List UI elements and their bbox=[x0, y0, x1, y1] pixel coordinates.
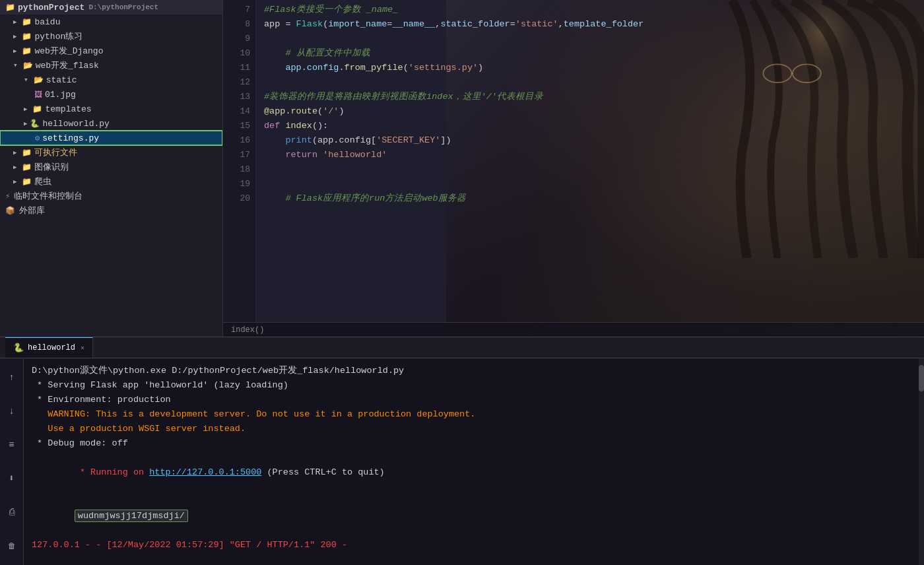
sidebar-label-templates: templates bbox=[45, 104, 91, 114]
code-line-10: # 从配置文件中加载 bbox=[264, 46, 916, 61]
sidebar-item-executable[interactable]: 📁 可执行文件 bbox=[0, 145, 222, 160]
print-icon bbox=[9, 507, 15, 517]
code-line-13: #装饰器的作用是将路由映射到视图函数index，这里'/'代表根目录 bbox=[264, 90, 916, 104]
sidebar-item-web-django[interactable]: 📁 web开发_Django bbox=[0, 44, 222, 58]
scroll-up-button[interactable] bbox=[4, 370, 20, 385]
sidebar-label-image-recognition: 图像识别 bbox=[34, 161, 69, 173]
arrow-icon-open bbox=[24, 75, 28, 84]
line-num: 11 bbox=[228, 61, 250, 75]
project-root[interactable]: 📁 pythonProject D:\pythonProject bbox=[0, 0, 222, 15]
terminal-area: 🐍 helloworld ✕ bbox=[0, 337, 924, 565]
line-num: 18 bbox=[228, 162, 250, 177]
arrow-icon bbox=[13, 162, 16, 172]
code-line-8: app = Flask(import_name=__name__,static_… bbox=[264, 17, 916, 32]
line-num: 15 bbox=[228, 119, 250, 133]
sidebar-label-settings: settings.py bbox=[42, 133, 99, 143]
sidebar-item-baidu[interactable]: 📁 baidu bbox=[0, 15, 222, 29]
code-line-20: # Flask应用程序的run方法启动web服务器 bbox=[264, 191, 916, 206]
line-num: 17 bbox=[228, 148, 250, 162]
code-line-11: app.config.from_pyfile('settings.py') bbox=[264, 61, 916, 75]
folder-icon: 📁 bbox=[22, 148, 32, 158]
line-num: 12 bbox=[228, 75, 250, 90]
code-line-14: @app.route('/') bbox=[264, 104, 916, 119]
list-button[interactable] bbox=[4, 437, 20, 453]
term-running-prefix: * Running on bbox=[75, 467, 149, 477]
folder-icon: 📁 bbox=[22, 177, 32, 187]
terminal-tabs: 🐍 helloworld ✕ bbox=[0, 337, 924, 358]
sidebar-label-python-practice: python练习 bbox=[34, 30, 82, 42]
sidebar-item-01jpg[interactable]: 🖼 01.jpg bbox=[0, 87, 222, 102]
tab-python-icon: 🐍 bbox=[13, 343, 24, 353]
term-line-3: * Environment: production bbox=[32, 393, 911, 407]
clear-button[interactable] bbox=[4, 538, 20, 554]
term-url-link[interactable]: http://127.0.0.1:5000 bbox=[149, 467, 261, 477]
sidebar-label-web-flask: web开发_flask bbox=[36, 59, 99, 71]
line-num: 20 bbox=[228, 191, 250, 206]
term-line-4: WARNING: This is a development server. D… bbox=[32, 407, 911, 422]
folder-icon: 📁 bbox=[22, 162, 32, 172]
tab-close-button[interactable]: ✕ bbox=[81, 344, 84, 352]
term-line-5: Use a production WSGI server instead. bbox=[32, 422, 911, 436]
arrow-icon bbox=[13, 46, 16, 55]
sidebar-item-web-flask[interactable]: 📂 web开发_flask bbox=[0, 58, 222, 73]
project-name: pythonProject bbox=[18, 3, 84, 13]
sidebar: 📁 pythonProject D:\pythonProject 📁 baidu… bbox=[0, 0, 223, 337]
term-running-suffix: (Press CTRL+C to quit) bbox=[261, 467, 384, 477]
sidebar-label-helloworld: helloworld.py bbox=[42, 119, 109, 129]
sidebar-item-static[interactable]: 📂 static bbox=[0, 73, 222, 87]
terminal-tab-helloworld[interactable]: 🐍 helloworld ✕ bbox=[5, 337, 93, 358]
terminal-output[interactable]: D:\python源文件\python.exe D:/pythonProject… bbox=[24, 358, 919, 565]
arrow-icon bbox=[13, 177, 16, 186]
terminal-toolbar bbox=[0, 358, 24, 565]
line-num: 13 bbox=[228, 90, 250, 104]
folder-open-icon: 📂 bbox=[34, 75, 44, 85]
term-line-1: D:\python源文件\python.exe D:/pythonProject… bbox=[32, 364, 911, 378]
line-numbers: 7 8 9 10 11 12 13 14 15 16 17 18 19 20 bbox=[223, 0, 256, 337]
print-button[interactable] bbox=[4, 504, 20, 520]
folder-open-icon: 📂 bbox=[23, 61, 33, 71]
arrow-icon bbox=[13, 17, 16, 26]
settings-file-icon: ⚙ bbox=[35, 133, 40, 143]
arrow-icon bbox=[13, 32, 16, 41]
code-line-18 bbox=[264, 162, 916, 177]
terminal-tab-label: helloworld bbox=[28, 343, 75, 352]
code-line-12 bbox=[264, 75, 916, 90]
editor-status-bar: index() bbox=[223, 322, 924, 337]
code-editor[interactable]: #Flask类接受一个参数 _name_ app = Flask(import_… bbox=[256, 0, 924, 337]
sidebar-item-image-recognition[interactable]: 📁 图像识别 bbox=[0, 160, 222, 174]
term-line-7: * Running on http://127.0.0.1:5000 (Pres… bbox=[32, 451, 911, 494]
sidebar-label-static: static bbox=[46, 75, 77, 85]
sidebar-label-web-django: web开发_Django bbox=[34, 45, 103, 57]
main-area: 📁 pythonProject D:\pythonProject 📁 baidu… bbox=[0, 0, 924, 337]
arrow-icon bbox=[24, 119, 27, 128]
sidebar-item-external-libs[interactable]: 📦 外部库 bbox=[0, 203, 222, 218]
code-line-15: def index(): bbox=[264, 119, 916, 133]
folder-icon: 📁 bbox=[22, 32, 32, 42]
editor-area: 7 8 9 10 11 12 13 14 15 16 17 18 19 20 #… bbox=[223, 0, 924, 337]
line-num: 10 bbox=[228, 46, 250, 61]
image-icon: 🖼 bbox=[34, 90, 42, 100]
sidebar-label-01jpg: 01.jpg bbox=[45, 90, 76, 100]
scroll-down-button[interactable] bbox=[4, 403, 20, 419]
sidebar-item-temp-console[interactable]: ⚡ 临时文件和控制台 bbox=[0, 189, 222, 203]
line-num: 7 bbox=[228, 3, 250, 17]
terminal-input[interactable]: wudnmjwsjj17djmsdji/ bbox=[75, 510, 188, 522]
code-line-16: print(app.config['SECERT_KEY']) bbox=[264, 133, 916, 148]
term-line-2: * Serving Flask app 'helloworld' (lazy l… bbox=[32, 378, 911, 393]
line-num: 19 bbox=[228, 177, 250, 191]
sidebar-label-temp-console: 临时文件和控制台 bbox=[14, 190, 82, 202]
external-libs-icon: 📦 bbox=[5, 206, 15, 216]
code-line-17: return 'helloworld' bbox=[264, 148, 916, 162]
sidebar-item-spider[interactable]: 📁 爬虫 bbox=[0, 174, 222, 189]
sidebar-item-python-practice[interactable]: 📁 python练习 bbox=[0, 29, 222, 44]
arrow-icon bbox=[13, 148, 16, 157]
terminal-scrollbar[interactable] bbox=[919, 358, 924, 565]
sidebar-item-templates[interactable]: 📁 templates bbox=[0, 102, 222, 116]
status-function: index() bbox=[231, 325, 264, 335]
sidebar-item-settings-py[interactable]: ⚙ settings.py bbox=[0, 131, 222, 145]
download-button[interactable] bbox=[4, 471, 20, 486]
term-line-6: * Debug mode: off bbox=[32, 436, 911, 451]
sidebar-item-helloworld-py[interactable]: 🐍 helloworld.py bbox=[0, 116, 222, 131]
sidebar-label-executable: 可执行文件 bbox=[34, 147, 77, 158]
line-num: 8 bbox=[228, 17, 250, 32]
